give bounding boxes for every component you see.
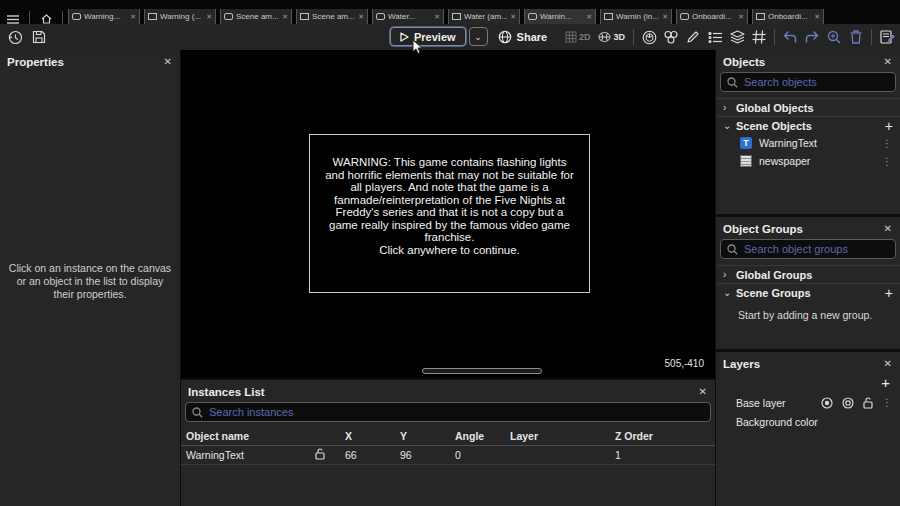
instances-search[interactable] [185,402,711,422]
tab-events-4[interactable]: Warnin (in... ✕ [600,9,672,24]
close-icon[interactable]: ✕ [884,359,892,369]
tab-close-icon[interactable]: ✕ [434,13,440,21]
instance-x: 66 [345,449,400,461]
tab-scene-1[interactable]: Warning... ✕ [68,9,140,24]
instances-search-input[interactable] [209,406,704,418]
undo-icon [783,31,797,43]
search-icon [727,244,738,255]
add-object-icon[interactable]: + [885,120,893,132]
zoom-button[interactable] [823,27,845,47]
events-tab-icon [604,13,613,20]
instance-y: 96 [400,449,455,461]
text-object-icon: T [740,137,752,149]
tab-events-1[interactable]: Warning (... ✕ [144,9,216,24]
scene-groups-section[interactable]: ⌄ Scene Groups + [716,283,900,301]
instances-table-header: Object name X Y Angle Layer Z Order [181,427,715,446]
play-icon [400,32,409,42]
tab-home[interactable] [33,9,59,24]
horizontal-scrollbar[interactable] [422,368,542,374]
active-layer-icon[interactable] [821,397,833,409]
redo-icon [805,31,819,43]
scene-tab-icon [528,13,537,20]
tab-close-icon[interactable]: ✕ [586,13,592,21]
layers-button[interactable] [726,27,748,47]
tab-close-icon[interactable]: ✕ [130,13,136,21]
add-group-icon[interactable]: + [885,287,893,299]
close-icon[interactable]: ✕ [884,57,892,67]
tab-close-icon[interactable]: ✕ [662,13,668,21]
close-icon[interactable]: ✕ [884,224,892,234]
delete-button[interactable] [845,27,867,47]
zoom-in-icon [827,30,841,44]
trash-icon [850,30,862,44]
layers-panel: Layers ✕ + Base layer ⋮ Background color [716,352,900,506]
layer-row-base[interactable]: Base layer ⋮ [716,393,900,412]
layers-icon [730,30,745,44]
layers-panel-title: Layers [723,358,760,370]
layer-row-background-color[interactable]: Background color [716,412,900,431]
tab-scene-3[interactable]: Water... ✕ [372,9,444,24]
tab-scene-5[interactable]: Onboardi... ✕ [676,9,748,24]
table-row[interactable]: WarningText 66 96 0 1 [181,446,715,465]
share-button-label: Share [517,31,548,43]
scene-canvas[interactable]: WARNING: This game contains flashing lig… [181,50,715,378]
project-manager-button[interactable] [0,9,26,24]
instances-list-button[interactable] [704,27,726,47]
instance-selection-warning-text[interactable]: WARNING: This game contains flashing lig… [309,134,590,293]
tab-separator [29,11,30,24]
undo-button[interactable] [779,27,801,47]
global-groups-section[interactable]: › Global Groups [716,265,900,283]
tab-events-5[interactable]: Onboardi... ✕ [752,9,824,24]
pencil-icon [686,30,700,44]
tab-close-icon[interactable]: ✕ [282,13,288,21]
tab-close-icon[interactable]: ✕ [814,13,820,21]
objects-search[interactable] [720,72,896,92]
scene-properties-button[interactable] [876,27,898,47]
scene-tab-icon [680,13,689,20]
tab-close-icon[interactable]: ✕ [206,13,212,21]
history-button[interactable] [4,27,26,47]
groups-search[interactable] [720,239,896,259]
instance-angle: 0 [455,449,510,461]
objects-search-input[interactable] [744,76,889,88]
tab-scene-2[interactable]: Scene am... ✕ [220,9,292,24]
cursor-coordinates: 505,-410 [665,358,704,369]
tab-scene-4[interactable]: Warnin... ✕ [524,9,596,24]
tab-close-icon[interactable]: ✕ [738,13,744,21]
tab-events-3[interactable]: Water (am... ✕ [448,9,520,24]
close-icon[interactable]: ✕ [164,57,172,67]
save-button[interactable] [28,27,50,47]
visibility-icon[interactable] [842,397,854,409]
global-objects-section[interactable]: › Global Objects [716,98,900,116]
toolbar: Preview ⌄ Share 2D 3D [0,24,900,50]
unlock-icon[interactable] [863,397,873,409]
preview-options-button[interactable]: ⌄ [469,27,488,46]
tab-close-icon[interactable]: ✕ [358,13,364,21]
close-icon[interactable]: ✕ [699,387,707,397]
preview-button[interactable]: Preview [390,27,466,46]
redo-button[interactable] [801,27,823,47]
tab-close-icon[interactable]: ✕ [510,13,516,21]
instances-panel-title: Instances List [188,386,265,398]
more-options-icon[interactable]: ⋮ [882,138,892,149]
tab-events-2[interactable]: Scene am... ✕ [296,9,368,24]
add-layer-button[interactable]: + [881,376,890,389]
scene-objects-section[interactable]: ⌄ Scene Objects + [716,116,900,134]
grid-button[interactable] [748,27,770,47]
more-options-icon[interactable]: ⋮ [882,156,892,167]
objects-groups-button[interactable] [660,27,682,47]
list-item-warningtext[interactable]: T WarningText ⋮ [716,134,900,152]
gdevelop-app: Warning... ✕ Warning (... ✕ Scene am... … [0,0,900,506]
lock-toggle[interactable] [315,448,345,462]
mesh-3d-icon [598,31,611,43]
tab-bar: Warning... ✕ Warning (... ✕ Scene am... … [0,0,900,24]
share-button[interactable]: Share [498,30,548,44]
more-options-icon[interactable]: ⋮ [882,397,892,408]
toggle-2d-button[interactable]: 2D [561,31,595,43]
edit-scene-button[interactable] [682,27,704,47]
add-object-button[interactable] [638,27,660,47]
list-item-newspaper[interactable]: newspaper ⋮ [716,152,900,170]
scene-tab-icon [376,13,385,20]
groups-search-input[interactable] [744,243,889,255]
toggle-3d-button[interactable]: 3D [594,31,629,43]
